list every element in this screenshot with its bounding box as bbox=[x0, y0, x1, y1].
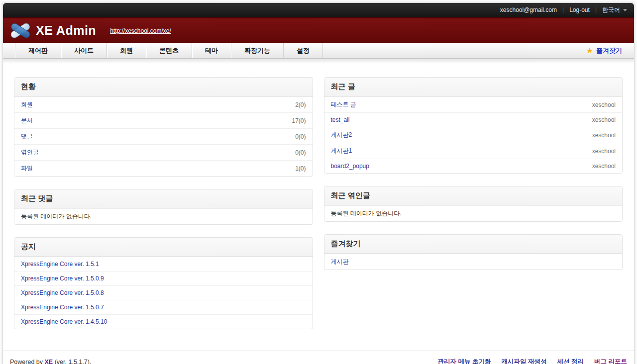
table-row: 회원 2(0) bbox=[14, 96, 313, 112]
post-link[interactable]: 게시판2 bbox=[331, 131, 352, 139]
status-panel: 현황 회원 2(0) 문서 17(0) 댓글 0(0) 엮인글 0(0) bbox=[14, 77, 313, 177]
status-count: 17(0) bbox=[292, 117, 306, 124]
left-column: 현황 회원 2(0) 문서 17(0) 댓글 0(0) 엮인글 0(0) bbox=[14, 77, 313, 342]
recent-comments-panel: 최근 댓글 등록된 데이터가 없습니다. bbox=[14, 189, 313, 225]
notice-link[interactable]: XpressEngine Core ver. 1.5.0.9 bbox=[21, 275, 104, 282]
reset-admin-menu-link[interactable]: 관리자 메뉴 초기화 bbox=[438, 358, 491, 364]
status-count: 0(0) bbox=[295, 149, 306, 156]
notice-link[interactable]: XpressEngine Core ver. 1.5.0.8 bbox=[21, 289, 104, 296]
xe-link[interactable]: XE bbox=[45, 359, 53, 364]
post-author: xeschool bbox=[592, 163, 616, 170]
favorites-panel: 즐겨찾기 게시판 bbox=[324, 234, 623, 270]
panel-title: 공지 bbox=[14, 238, 313, 257]
post-link[interactable]: 테스트 글 bbox=[331, 100, 356, 109]
panel-title: 최근 엮인글 bbox=[324, 186, 623, 205]
star-icon: ★ bbox=[586, 46, 593, 55]
panel-title: 즐겨찾기 bbox=[324, 235, 623, 254]
panel-title: 최근 글 bbox=[324, 78, 623, 96]
nav-item-member[interactable]: 회원 bbox=[106, 43, 146, 58]
nav-item-control-panel[interactable]: 제어판 bbox=[15, 43, 61, 58]
chevron-down-icon bbox=[623, 9, 627, 11]
empty-message: 등록된 데이터가 없습니다. bbox=[14, 208, 313, 224]
powered-by: Powered by XE (ver. 1.5.1.7). bbox=[10, 359, 91, 364]
list-item: 게시판 bbox=[324, 254, 623, 270]
post-link[interactable]: test_all bbox=[331, 116, 350, 123]
list-item: XpressEngine Core ver. 1.5.0.8 bbox=[14, 285, 313, 300]
footer-links: 관리자 메뉴 초기화 캐시파일 재생성 세션 정리 버그 리포트 bbox=[438, 358, 627, 364]
nav-item-theme[interactable]: 테마 bbox=[192, 43, 231, 58]
notice-link[interactable]: XpressEngine Core ver. 1.5.0.7 bbox=[21, 304, 104, 311]
bug-report-link[interactable]: 버그 리포트 bbox=[594, 358, 627, 364]
status-count: 2(0) bbox=[295, 101, 306, 108]
table-row: 댓글 0(0) bbox=[14, 128, 313, 144]
nav-menu: 제어판 사이트 회원 콘텐츠 테마 확장기능 설정 bbox=[15, 43, 323, 58]
clear-session-link[interactable]: 세션 정리 bbox=[557, 358, 584, 364]
table-row: 문서 17(0) bbox=[14, 112, 313, 128]
notice-link[interactable]: XpressEngine Core ver. 1.4.5.10 bbox=[21, 318, 107, 325]
status-link-comment[interactable]: 댓글 bbox=[21, 132, 33, 141]
table-row: board2_popup xeschool bbox=[324, 159, 623, 173]
logout-link[interactable]: Log-out bbox=[569, 6, 590, 13]
nav-item-site[interactable]: 사이트 bbox=[61, 43, 106, 58]
list-item: XpressEngine Core ver. 1.5.0.9 bbox=[14, 271, 313, 285]
nav-shadow bbox=[3, 59, 634, 64]
footer: Powered by XE (ver. 1.5.1.7). 관리자 메뉴 초기화… bbox=[3, 351, 634, 364]
favorite-board-link[interactable]: 게시판 bbox=[331, 258, 349, 266]
xe-logo-icon[interactable] bbox=[9, 21, 31, 40]
post-author: xeschool bbox=[592, 116, 616, 123]
empty-message: 등록된 데이터가 없습니다. bbox=[324, 205, 623, 221]
post-author: xeschool bbox=[592, 101, 616, 108]
list-item: XpressEngine Core ver. 1.5.0.7 bbox=[14, 300, 313, 314]
post-link[interactable]: 게시판1 bbox=[331, 147, 352, 155]
notice-link[interactable]: XpressEngine Core ver. 1.5.1 bbox=[21, 261, 99, 268]
table-row: 테스트 글 xeschool bbox=[324, 96, 623, 112]
status-count: 1(0) bbox=[295, 165, 306, 172]
nav-item-extensions[interactable]: 확장기능 bbox=[231, 43, 283, 58]
panel-title: 최근 댓글 bbox=[14, 189, 313, 208]
powered-by-prefix: Powered by bbox=[10, 359, 43, 364]
user-email: xeschool@gmail.com bbox=[500, 6, 557, 13]
language-label: 한국어 bbox=[602, 6, 620, 14]
main-nav: 제어판 사이트 회원 콘텐츠 테마 확장기능 설정 ★ 즐겨찾기 bbox=[3, 43, 634, 59]
dashboard-content: 현황 회원 2(0) 문서 17(0) 댓글 0(0) 엮인글 0(0) bbox=[3, 64, 634, 342]
post-author: xeschool bbox=[592, 132, 616, 139]
site-url-link[interactable]: http://xeschool.com/xe/ bbox=[110, 27, 171, 34]
nav-item-settings[interactable]: 설정 bbox=[283, 43, 323, 58]
table-row: 게시판1 xeschool bbox=[324, 143, 623, 159]
table-row: test_all xeschool bbox=[324, 112, 623, 127]
language-selector[interactable]: 한국어 bbox=[602, 6, 627, 14]
status-link-file[interactable]: 파일 bbox=[21, 164, 33, 173]
admin-page: xeschool@gmail.com | Log-out | 한국어 XE Ad… bbox=[3, 3, 634, 364]
topbar-divider: | bbox=[595, 6, 597, 13]
favorite-link[interactable]: 즐겨찾기 bbox=[596, 46, 622, 55]
status-link-document[interactable]: 문서 bbox=[21, 116, 33, 125]
post-author: xeschool bbox=[592, 148, 616, 155]
notices-panel: 공지 XpressEngine Core ver. 1.5.1 XpressEn… bbox=[14, 237, 313, 329]
status-link-member[interactable]: 회원 bbox=[21, 100, 33, 109]
version-text: (ver. 1.5.1.7). bbox=[55, 359, 92, 364]
status-link-trackback[interactable]: 엮인글 bbox=[21, 148, 39, 157]
table-row: 엮인글 0(0) bbox=[14, 144, 313, 160]
list-item: XpressEngine Core ver. 1.4.5.10 bbox=[14, 314, 313, 329]
rebuild-cache-link[interactable]: 캐시파일 재생성 bbox=[502, 358, 547, 364]
recent-posts-panel: 최근 글 테스트 글 xeschool test_all xeschool 게시… bbox=[324, 77, 623, 174]
page-title: XE Admin bbox=[36, 23, 96, 38]
header: XE Admin http://xeschool.com/xe/ bbox=[3, 17, 634, 43]
post-link[interactable]: board2_popup bbox=[331, 163, 369, 170]
right-column: 최근 글 테스트 글 xeschool test_all xeschool 게시… bbox=[324, 77, 623, 342]
topbar: xeschool@gmail.com | Log-out | 한국어 bbox=[3, 3, 634, 17]
favorite-shortcut[interactable]: ★ 즐겨찾기 bbox=[586, 43, 634, 58]
panel-title: 현황 bbox=[14, 78, 313, 96]
nav-item-content[interactable]: 콘텐츠 bbox=[146, 43, 192, 58]
list-item: XpressEngine Core ver. 1.5.1 bbox=[14, 257, 313, 271]
status-count: 0(0) bbox=[295, 133, 306, 140]
table-row: 파일 1(0) bbox=[14, 160, 313, 176]
topbar-divider: | bbox=[562, 6, 564, 13]
table-row: 게시판2 xeschool bbox=[324, 127, 623, 143]
recent-trackbacks-panel: 최근 엮인글 등록된 데이터가 없습니다. bbox=[324, 186, 623, 222]
